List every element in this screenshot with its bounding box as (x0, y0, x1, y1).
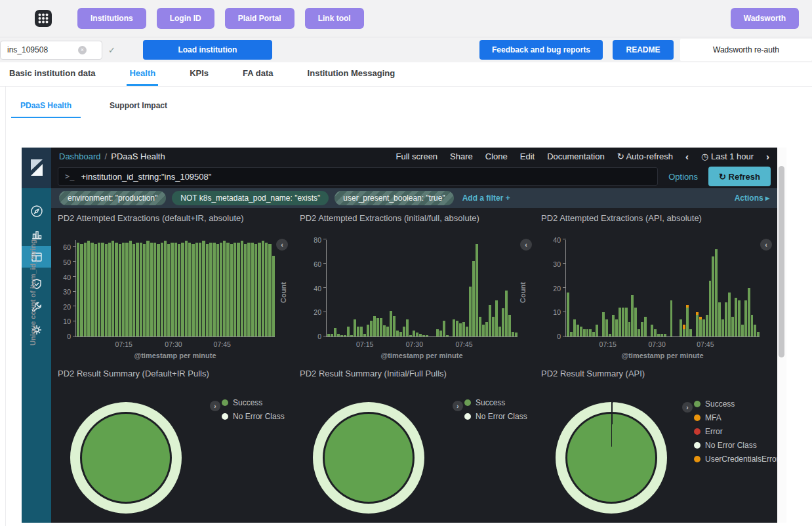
filter-pill[interactable]: NOT k8s_metadata_pod_name: "exists" (172, 191, 329, 205)
legend-expand-button[interactable]: › (682, 402, 693, 413)
bar[interactable] (344, 335, 346, 336)
bar[interactable] (654, 329, 657, 336)
bar[interactable] (174, 243, 177, 336)
legend-item-error[interactable]: Error (694, 427, 777, 436)
legend-item-mfa[interactable]: MFA (694, 413, 777, 422)
bar[interactable] (651, 325, 653, 337)
bar[interactable] (167, 244, 170, 336)
bar[interactable] (206, 244, 209, 336)
menu-clone[interactable]: Clone (485, 152, 508, 161)
bar[interactable] (247, 243, 250, 336)
bar[interactable] (199, 243, 201, 336)
bar[interactable] (738, 300, 741, 337)
bar[interactable] (456, 321, 458, 336)
tab-basic-institution-data[interactable]: Basic institution data (7, 62, 98, 86)
readme-button[interactable]: README (613, 40, 674, 60)
bar[interactable] (202, 241, 205, 336)
bar[interactable] (380, 318, 382, 336)
bar[interactable] (105, 244, 108, 336)
bar[interactable] (396, 331, 399, 336)
bar[interactable] (265, 243, 268, 336)
load-institution-button[interactable]: Load institution (143, 40, 272, 60)
bar[interactable] (390, 311, 392, 336)
bar[interactable] (209, 243, 212, 336)
bar[interactable] (272, 256, 275, 336)
bar[interactable] (479, 317, 481, 336)
bar[interactable] (181, 243, 184, 336)
bar[interactable] (262, 241, 264, 336)
bar[interactable] (709, 281, 712, 336)
bar[interactable] (350, 335, 353, 336)
bar[interactable] (757, 332, 760, 336)
bar[interactable] (251, 243, 254, 336)
bar[interactable] (706, 315, 708, 336)
legend-item-usercredentialserror[interactable]: UserCredentialsError (694, 455, 777, 464)
wadsworth-reauth-button[interactable]: Wadsworth re-auth (680, 39, 812, 61)
bar[interactable] (735, 298, 737, 336)
bar[interactable] (367, 325, 369, 337)
bar[interactable] (422, 335, 425, 336)
bar[interactable] (213, 243, 215, 336)
institution-input[interactable] (1, 45, 78, 54)
bar[interactable] (592, 332, 595, 336)
bar[interactable] (119, 244, 121, 336)
bar[interactable] (80, 244, 83, 336)
bar[interactable] (360, 327, 363, 336)
bar[interactable] (683, 325, 685, 336)
nav-button-link-tool[interactable]: Link tool (305, 8, 364, 29)
nav-button-institutions[interactable]: Institutions (77, 8, 146, 29)
bar[interactable] (373, 316, 376, 336)
bar[interactable] (393, 316, 396, 336)
bar[interactable] (744, 300, 747, 337)
bar[interactable] (577, 325, 579, 337)
bar[interactable] (580, 327, 582, 336)
bar[interactable] (143, 244, 146, 336)
bar[interactable] (631, 295, 634, 336)
bar[interactable] (185, 241, 188, 336)
bar[interactable] (622, 308, 624, 336)
options-link[interactable]: Options (668, 172, 698, 182)
bar[interactable] (337, 334, 340, 336)
add-filter-link[interactable]: Add a filter + (462, 193, 510, 203)
bar[interactable] (84, 243, 87, 336)
bar[interactable] (347, 327, 350, 336)
refresh-button[interactable]: ↻ Refresh (708, 167, 771, 186)
menu-full-screen[interactable]: Full screen (396, 152, 438, 161)
bar[interactable] (718, 302, 721, 336)
actions-link[interactable]: Actions ▸ (735, 193, 769, 203)
bar[interactable] (748, 288, 750, 336)
time-picker[interactable]: ◷ Last 1 hour (701, 152, 754, 161)
bar[interactable] (583, 329, 586, 336)
bar[interactable] (586, 329, 589, 336)
bar[interactable] (498, 327, 501, 336)
bar[interactable] (258, 243, 260, 336)
bar[interactable] (140, 243, 142, 336)
bar[interactable] (115, 243, 117, 336)
bar[interactable] (515, 333, 518, 336)
legend-item-no-error-class[interactable]: No Error Class (222, 412, 285, 421)
legend-item-success[interactable]: Success (694, 399, 777, 409)
bar[interactable] (153, 243, 156, 336)
feedback-button[interactable]: Feedback and bug reports (479, 40, 603, 60)
bar[interactable] (573, 319, 576, 336)
bar[interactable] (686, 305, 689, 336)
bar[interactable] (244, 244, 247, 336)
bar[interactable] (230, 244, 233, 336)
bar[interactable] (439, 331, 442, 336)
bar[interactable] (136, 243, 138, 336)
bar[interactable] (459, 323, 462, 336)
bar[interactable] (386, 327, 389, 336)
pie-chart[interactable] (556, 402, 667, 514)
legend-expand-button[interactable]: › (210, 401, 220, 411)
bar[interactable] (132, 244, 135, 336)
bar[interactable] (188, 243, 191, 336)
query-input[interactable]: >_ +institution_id_string:"ins_109508" (58, 167, 658, 186)
legend-collapse-button[interactable]: ‹ (276, 239, 288, 251)
bar[interactable] (157, 244, 159, 336)
bar[interactable] (413, 331, 415, 336)
bar[interactable] (472, 261, 475, 336)
bar[interactable] (268, 244, 271, 336)
menu-auto-refresh[interactable]: ↻ Auto-refresh (617, 152, 673, 161)
bar[interactable] (125, 243, 128, 336)
bar[interactable] (178, 244, 180, 336)
